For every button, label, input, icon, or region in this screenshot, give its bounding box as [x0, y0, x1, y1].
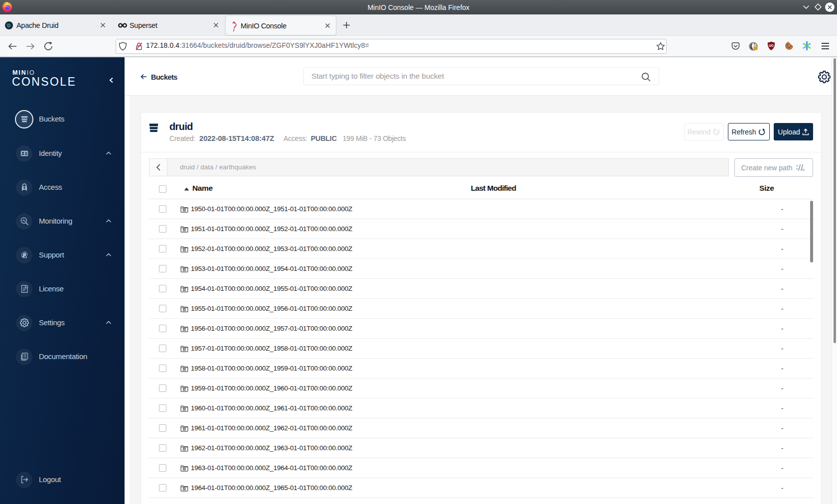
- svg-text:UO: UO: [769, 44, 774, 47]
